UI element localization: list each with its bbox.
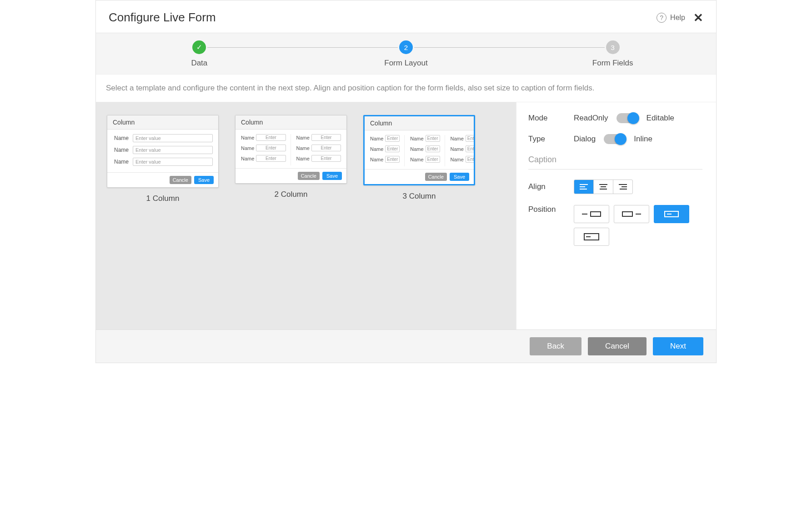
check-icon: ✓ [192, 40, 206, 54]
type-row: Type Dialog Inline [528, 134, 702, 144]
position-label: Position [528, 205, 574, 214]
dialog-header: Configure Live Form ? Help ✕ [96, 0, 716, 33]
dialog-title: Configure Live Form [109, 10, 216, 25]
dialog-footer: Back Cancel Next [96, 329, 716, 363]
template-save-button: Save [450, 173, 469, 181]
step-form-layout[interactable]: 2 Form Layout [303, 40, 510, 68]
template-gallery: Column NameEnter value NameEnter value N… [96, 102, 516, 329]
cancel-button[interactable]: Cancel [588, 337, 647, 355]
position-right-button[interactable] [614, 205, 649, 223]
step-label: Form Fields [509, 59, 716, 68]
template-3-column[interactable]: Column NameEnter NameEnter NameEnter Nam… [363, 115, 475, 201]
position-left-icon [582, 214, 587, 215]
align-center-button[interactable] [594, 180, 613, 194]
align-left-button[interactable] [574, 180, 594, 194]
help-label: Help [670, 14, 685, 22]
position-right-icon [636, 214, 641, 215]
wizard-stepper: ✓ Data 2 Form Layout 3 Form Fields [96, 33, 716, 75]
template-2-column[interactable]: Column NameEnter NameEnter NameEnter Nam… [235, 115, 347, 199]
back-button[interactable]: Back [530, 337, 581, 355]
step-data[interactable]: ✓ Data [96, 40, 303, 68]
mode-label: Mode [528, 114, 574, 123]
template-1-column[interactable]: Column NameEnter value NameEnter value N… [107, 115, 219, 203]
instruction-text: Select a template and configure the cont… [96, 75, 716, 102]
position-row: Position [528, 205, 702, 246]
position-button-group [574, 205, 702, 246]
type-option-dialog: Dialog [574, 135, 596, 144]
template-label: 2 Column [235, 190, 347, 199]
template-save-button: Save [322, 172, 342, 180]
step-label: Form Layout [303, 59, 510, 68]
template-cancel-button: Cancle [170, 176, 191, 184]
caption-section-label: Caption [528, 155, 702, 165]
position-floating-button[interactable] [654, 205, 689, 223]
template-label: 3 Column [363, 192, 475, 201]
position-left-button[interactable] [574, 205, 609, 223]
step-form-fields[interactable]: 3 Form Fields [509, 40, 716, 68]
align-right-icon [619, 184, 627, 190]
step-number-icon: 2 [399, 40, 413, 54]
position-top-icon [584, 233, 599, 240]
header-actions: ? Help ✕ [657, 12, 703, 24]
template-cancel-button: Cancle [298, 172, 320, 180]
close-icon[interactable]: ✕ [693, 12, 703, 24]
type-label: Type [528, 135, 574, 144]
divider [528, 169, 702, 170]
step-number-icon: 3 [606, 40, 620, 54]
help-icon: ? [657, 13, 667, 23]
align-button-group [574, 180, 633, 194]
align-row: Align [528, 180, 702, 194]
template-save-button: Save [194, 176, 214, 184]
mode-option-readonly: ReadOnly [574, 114, 608, 123]
config-panel: Mode ReadOnly Editable Type Dialog Inlin… [516, 102, 716, 329]
type-option-inline: Inline [634, 135, 652, 144]
align-left-icon [580, 184, 588, 190]
mode-row: Mode ReadOnly Editable [528, 113, 702, 123]
template-header: Column [236, 115, 346, 130]
template-cancel-button: Cancle [425, 173, 447, 181]
mode-toggle[interactable] [617, 113, 638, 123]
position-top-button[interactable] [574, 228, 609, 246]
step-label: Data [96, 59, 303, 68]
mode-option-editable: Editable [647, 114, 674, 123]
configure-live-form-dialog: Configure Live Form ? Help ✕ ✓ Data 2 Fo… [95, 0, 717, 363]
next-button[interactable]: Next [653, 337, 703, 355]
template-header: Column [365, 116, 474, 130]
template-header: Column [107, 115, 218, 130]
help-button[interactable]: ? Help [657, 13, 685, 23]
align-center-icon [599, 184, 607, 190]
template-label: 1 Column [107, 194, 219, 203]
position-floating-icon [664, 211, 679, 217]
align-right-button[interactable] [613, 180, 632, 194]
align-label: Align [528, 182, 574, 191]
type-toggle[interactable] [604, 134, 626, 144]
dialog-body: Column NameEnter value NameEnter value N… [96, 102, 716, 329]
